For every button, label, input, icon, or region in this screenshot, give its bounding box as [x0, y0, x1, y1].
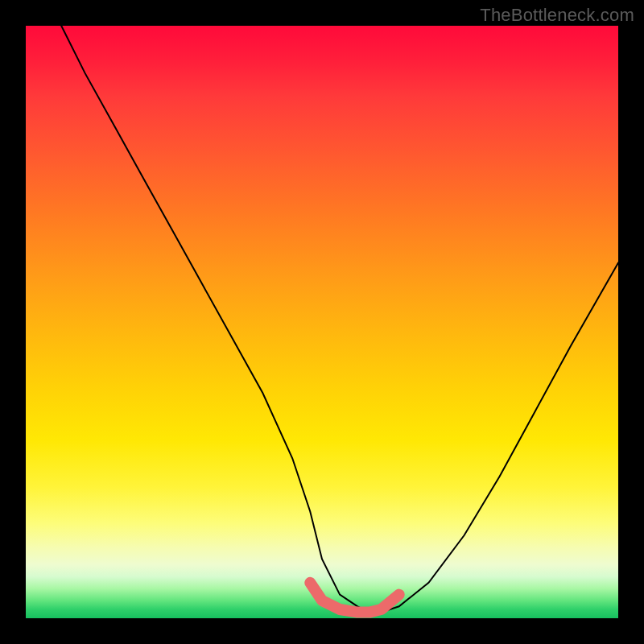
bottleneck-curve [61, 26, 618, 613]
chart-svg [26, 26, 618, 618]
plot-area [26, 26, 618, 618]
watermark-text: TheBottleneck.com [480, 5, 634, 26]
optimal-range-marker [310, 583, 398, 613]
chart-frame: TheBottleneck.com [0, 0, 644, 644]
